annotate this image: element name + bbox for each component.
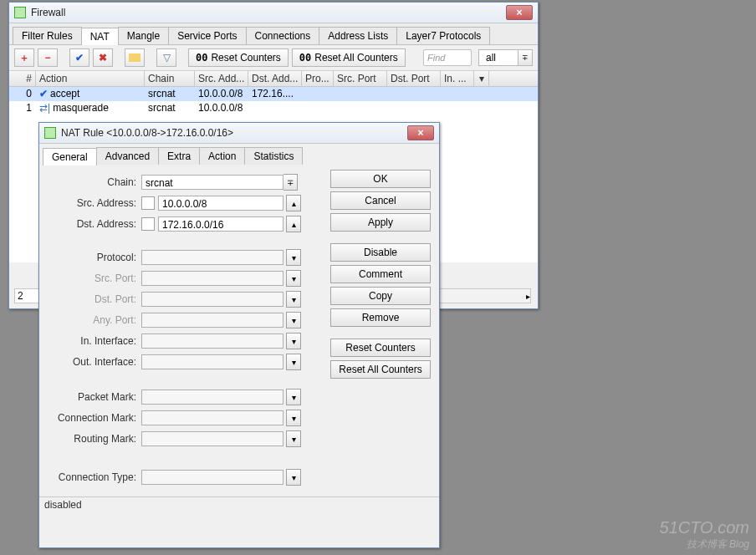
grid-header: # Action Chain Src. Add... Dst. Add... P… xyxy=(9,71,538,87)
enable-button[interactable]: ✔ xyxy=(69,48,89,67)
tab-action[interactable]: Action xyxy=(199,147,245,165)
plus-icon: ＋ xyxy=(19,51,29,65)
connection-mark-input[interactable] xyxy=(141,410,284,425)
firewall-tabs: Filter Rules NAT Mangle Service Ports Co… xyxy=(9,23,538,45)
src-address-input[interactable]: 10.0.0.0/8 xyxy=(158,196,284,211)
tab-advanced[interactable]: Advanced xyxy=(96,147,159,165)
table-row[interactable]: 1 ⇄|masquerade srcnat 10.0.0.0/8 xyxy=(9,101,538,115)
check-icon: ✔ xyxy=(75,52,84,64)
col-menu[interactable]: ▾ xyxy=(474,71,489,86)
protocol-input[interactable] xyxy=(141,250,284,265)
dialog-titlebar[interactable]: NAT Rule <10.0.0.0/8->172.16.0.0/16> × xyxy=(39,123,439,144)
app-icon xyxy=(14,7,26,18)
field-dst-port: Dst. Port: ▾ xyxy=(43,291,317,308)
apply-button[interactable]: Apply xyxy=(330,213,431,232)
copy-button[interactable]: Copy xyxy=(330,287,431,305)
down-icon: ▾ xyxy=(286,270,301,287)
nat-rule-dialog: NAT Rule <10.0.0.0/8->172.16.0.0/16> × G… xyxy=(38,122,440,548)
dialog-status: disabled xyxy=(39,496,439,512)
remove-button[interactable]: − xyxy=(38,48,58,67)
field-out-interface: Out. Interface: ▾ xyxy=(43,354,317,370)
dst-port-input xyxy=(141,292,284,307)
chain-input[interactable]: srcnat xyxy=(141,175,284,190)
field-protocol: Protocol: ▾ xyxy=(43,249,317,266)
tab-nat[interactable]: NAT xyxy=(81,28,119,45)
down-icon[interactable]: ▾ xyxy=(286,333,301,349)
dst-neg-checkbox[interactable] xyxy=(141,217,155,231)
firewall-titlebar[interactable]: Firewall × xyxy=(9,3,538,23)
tab-general[interactable]: General xyxy=(43,148,97,165)
tab-connections[interactable]: Connections xyxy=(246,27,320,44)
tab-statistics[interactable]: Statistics xyxy=(244,147,303,165)
down-icon[interactable]: ▾ xyxy=(286,389,301,405)
comment-button[interactable] xyxy=(125,48,145,67)
tab-extra[interactable]: Extra xyxy=(158,147,200,165)
out-interface-input[interactable] xyxy=(141,354,284,369)
accept-icon: ✔ xyxy=(39,88,48,100)
col-num[interactable]: # xyxy=(9,71,36,86)
minus-icon: − xyxy=(44,52,50,64)
src-neg-checkbox[interactable] xyxy=(141,196,155,210)
field-dst-address: Dst. Address: 172.16.0.0/16 ▴ xyxy=(43,216,317,232)
filter-combo[interactable]: all ∓ xyxy=(478,49,533,66)
dropdown-icon[interactable]: ∓ xyxy=(518,49,533,66)
col-protocol[interactable]: Pro... xyxy=(302,71,334,86)
down-icon[interactable]: ▾ xyxy=(286,249,301,266)
tab-layer7[interactable]: Layer7 Protocols xyxy=(396,27,490,44)
down-icon[interactable]: ▾ xyxy=(286,410,301,426)
col-src-addr[interactable]: Src. Add... xyxy=(195,71,248,86)
disable-button[interactable]: ✖ xyxy=(93,48,113,67)
reset-all-counters-button[interactable]: Reset All Counters xyxy=(330,360,431,379)
in-interface-input[interactable] xyxy=(141,334,284,349)
src-port-input xyxy=(141,271,284,286)
cancel-button[interactable]: Cancel xyxy=(330,191,431,210)
connection-type-input[interactable] xyxy=(141,470,284,485)
comment-button[interactable]: Comment xyxy=(330,265,431,283)
field-packet-mark: Packet Mark: ▾ xyxy=(43,389,317,405)
reset-counters-button[interactable]: 00Reset Counters xyxy=(188,48,289,67)
up-icon[interactable]: ▴ xyxy=(286,216,301,232)
find-input[interactable]: Find xyxy=(423,49,472,66)
remove-button[interactable]: Remove xyxy=(330,308,431,327)
col-dst-port[interactable]: Dst. Port xyxy=(387,71,441,86)
col-action[interactable]: Action xyxy=(36,71,145,86)
disable-button[interactable]: Disable xyxy=(330,243,431,262)
col-src-port[interactable]: Src. Port xyxy=(334,71,387,86)
firewall-toolbar: ＋ − ✔ ✖ ▽ 00Reset Counters 00Reset All C… xyxy=(9,45,538,71)
down-icon: ▾ xyxy=(286,291,301,308)
field-any-port: Any. Port: ▾ xyxy=(43,312,317,328)
window-title: Firewall xyxy=(31,3,65,23)
add-button[interactable]: ＋ xyxy=(14,48,34,67)
reset-counters-button[interactable]: Reset Counters xyxy=(330,339,431,357)
field-connection-mark: Connection Mark: ▾ xyxy=(43,410,317,426)
down-icon: ▾ xyxy=(286,312,301,328)
table-row[interactable]: 0 ✔accept srcnat 10.0.0.0/8 172.16.... xyxy=(9,87,538,101)
col-chain[interactable]: Chain xyxy=(145,71,195,86)
tab-service-ports[interactable]: Service Ports xyxy=(168,27,246,44)
routing-mark-input[interactable] xyxy=(141,431,284,446)
down-icon[interactable]: ▾ xyxy=(286,469,301,486)
dialog-title: NAT Rule <10.0.0.0/8->172.16.0.0/16> xyxy=(61,123,233,143)
app-icon xyxy=(44,127,56,139)
down-icon[interactable]: ▾ xyxy=(286,430,301,447)
field-connection-type: Connection Type: ▾ xyxy=(43,469,317,486)
cross-icon: ✖ xyxy=(99,52,107,64)
close-button[interactable]: × xyxy=(407,125,434,140)
tab-address-lists[interactable]: Address Lists xyxy=(319,27,397,44)
funnel-icon: ▽ xyxy=(163,52,171,64)
tab-filter-rules[interactable]: Filter Rules xyxy=(13,27,82,44)
up-icon[interactable]: ▴ xyxy=(286,195,301,211)
tab-mangle[interactable]: Mangle xyxy=(118,27,169,44)
chain-dropdown[interactable]: ∓ xyxy=(284,174,298,191)
packet-mark-input[interactable] xyxy=(141,390,284,405)
down-icon[interactable]: ▾ xyxy=(286,354,301,370)
field-src-address: Src. Address: 10.0.0.0/8 ▴ xyxy=(43,195,317,211)
reset-all-counters-button[interactable]: 00Reset All Counters xyxy=(292,48,406,67)
any-port-input xyxy=(141,313,284,328)
filter-button[interactable]: ▽ xyxy=(156,48,176,67)
col-in-int[interactable]: In. ... xyxy=(441,71,474,86)
close-button[interactable]: × xyxy=(506,5,533,20)
dst-address-input[interactable]: 172.16.0.0/16 xyxy=(158,216,284,232)
ok-button[interactable]: OK xyxy=(330,170,431,188)
col-dst-addr[interactable]: Dst. Add... xyxy=(248,71,302,86)
